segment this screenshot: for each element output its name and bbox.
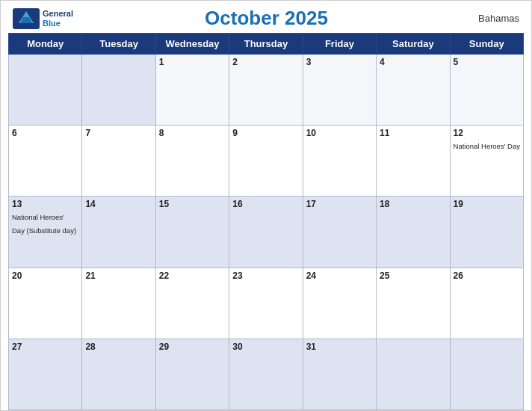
calendar-table: Monday Tuesday Wednesday Thursday Friday… xyxy=(8,33,524,410)
date-number: 7 xyxy=(85,128,152,138)
logo-area: General Blue xyxy=(13,8,73,29)
calendar-cell: 9 xyxy=(229,126,303,197)
date-number: 21 xyxy=(85,271,152,281)
date-number: 11 xyxy=(380,128,446,138)
date-number: 3 xyxy=(306,57,373,67)
calendar-cell xyxy=(450,339,523,410)
calendar-cell: 25 xyxy=(377,268,450,339)
country-label: Bahamas xyxy=(460,13,519,24)
date-number: 10 xyxy=(306,128,373,138)
calendar-page: General Blue October 2025 Bahamas Monday… xyxy=(0,0,532,411)
week-row-4: 20212223242526 xyxy=(9,268,524,339)
date-number: 5 xyxy=(454,57,520,67)
date-number: 13 xyxy=(12,199,78,209)
calendar-cell: 22 xyxy=(155,268,229,339)
date-number: 8 xyxy=(159,128,226,138)
calendar-cell: 30 xyxy=(229,339,303,410)
date-number: 14 xyxy=(85,199,152,209)
date-number: 12 xyxy=(454,128,520,138)
calendar-title: October 2025 xyxy=(73,7,460,30)
date-number: 6 xyxy=(12,128,78,138)
header-wednesday: Wednesday xyxy=(155,34,229,55)
calendar-cell: 11 xyxy=(377,126,450,197)
header-saturday: Saturday xyxy=(377,34,450,55)
calendar-cell: 6 xyxy=(9,126,82,197)
logo-general: General xyxy=(43,9,73,18)
date-number: 16 xyxy=(232,199,299,209)
calendar-cell: 7 xyxy=(82,126,155,197)
calendar-cell: 12National Heroes' Day xyxy=(450,126,523,197)
date-number: 1 xyxy=(159,57,226,67)
date-number: 28 xyxy=(85,342,152,352)
calendar-cell: 23 xyxy=(229,268,303,339)
date-number: 2 xyxy=(232,57,299,67)
date-number: 20 xyxy=(12,271,78,281)
header-monday: Monday xyxy=(9,34,82,55)
calendar-cell: 28 xyxy=(82,339,155,410)
calendar-cell: 15 xyxy=(155,197,229,268)
header-tuesday: Tuesday xyxy=(82,34,155,55)
date-number: 18 xyxy=(380,199,446,209)
calendar-cell: 14 xyxy=(82,197,155,268)
date-number: 25 xyxy=(380,271,446,281)
calendar-cell: 20 xyxy=(9,268,82,339)
header-friday: Friday xyxy=(303,34,376,55)
date-number: 27 xyxy=(12,342,78,352)
logo-blue: Blue xyxy=(43,19,73,28)
date-number: 19 xyxy=(454,199,520,209)
date-number: 30 xyxy=(232,342,299,352)
calendar-cell: 27 xyxy=(9,339,82,410)
calendar-cell xyxy=(9,55,82,126)
date-number: 9 xyxy=(232,128,299,138)
calendar-header: General Blue October 2025 Bahamas xyxy=(1,1,531,33)
calendar-cell: 3 xyxy=(303,55,376,126)
calendar-cell: 5 xyxy=(450,55,523,126)
day-header-row: Monday Tuesday Wednesday Thursday Friday… xyxy=(9,34,524,55)
date-number: 31 xyxy=(306,342,373,352)
header-thursday: Thursday xyxy=(229,34,303,55)
week-row-2: 6789101112National Heroes' Day xyxy=(9,126,524,197)
calendar-cell: 31 xyxy=(303,339,376,410)
week-row-3: 13National Heroes' Day (Substitute day)1… xyxy=(9,197,524,268)
holiday-label: National Heroes' Day xyxy=(454,142,520,150)
date-number: 29 xyxy=(159,342,226,352)
date-number: 15 xyxy=(159,199,226,209)
calendar-cell: 1 xyxy=(155,55,229,126)
calendar-cell xyxy=(82,55,155,126)
calendar-cell: 18 xyxy=(377,197,450,268)
calendar-cell: 4 xyxy=(377,55,450,126)
general-blue-icon xyxy=(13,8,40,29)
calendar-cell: 8 xyxy=(155,126,229,197)
calendar-cell: 17 xyxy=(303,197,376,268)
calendar-cell: 10 xyxy=(303,126,376,197)
calendar-cell: 24 xyxy=(303,268,376,339)
date-number: 24 xyxy=(306,271,373,281)
date-number: 23 xyxy=(232,271,299,281)
date-number: 4 xyxy=(380,57,446,67)
date-number: 17 xyxy=(306,199,373,209)
calendar-cell: 16 xyxy=(229,197,303,268)
calendar-cell: 26 xyxy=(450,268,523,339)
calendar-cell: 29 xyxy=(155,339,229,410)
date-number: 26 xyxy=(454,271,520,281)
calendar-cell: 19 xyxy=(450,197,523,268)
calendar-cell xyxy=(377,339,450,410)
header-sunday: Sunday xyxy=(450,34,523,55)
calendar-cell: 21 xyxy=(82,268,155,339)
holiday-label: National Heroes' Day (Substitute day) xyxy=(12,213,76,235)
week-row-5: 2728293031 xyxy=(9,339,524,410)
calendar-cell: 13National Heroes' Day (Substitute day) xyxy=(9,197,82,268)
calendar-body: 123456789101112National Heroes' Day13Nat… xyxy=(9,55,524,410)
calendar-cell: 2 xyxy=(229,55,303,126)
date-number: 22 xyxy=(159,271,226,281)
week-row-1: 12345 xyxy=(9,55,524,126)
